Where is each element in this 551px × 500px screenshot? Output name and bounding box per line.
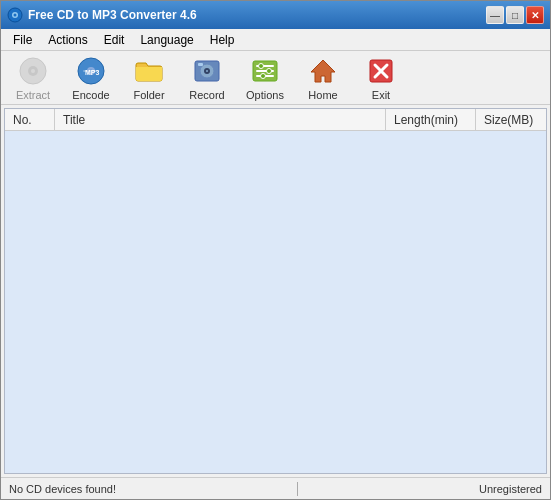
options-label: Options [246, 89, 284, 101]
menu-help[interactable]: Help [202, 29, 243, 50]
status-right: Unregistered [479, 483, 542, 495]
svg-point-21 [267, 68, 272, 73]
svg-marker-23 [311, 60, 335, 82]
home-label: Home [308, 89, 337, 101]
main-window: Free CD to MP3 Converter 4.6 — □ ✕ File … [0, 0, 551, 500]
encode-icon: MP3 [75, 55, 107, 87]
svg-point-20 [259, 63, 264, 68]
svg-point-14 [206, 70, 208, 72]
svg-point-22 [261, 73, 266, 78]
encode-button[interactable]: MP3 Encode [63, 54, 119, 102]
col-size-header: Size(MB) [476, 109, 546, 130]
folder-label: Folder [133, 89, 164, 101]
extract-button: Extract [5, 54, 61, 102]
record-label: Record [189, 89, 224, 101]
app-icon [7, 7, 23, 23]
toolbar: Extract MP3 Encode [1, 51, 550, 105]
close-button[interactable]: ✕ [526, 6, 544, 24]
table-body [5, 131, 546, 473]
svg-rect-15 [198, 63, 203, 66]
col-title-header: Title [55, 109, 386, 130]
exit-button[interactable]: Exit [353, 54, 409, 102]
record-button[interactable]: Record [179, 54, 235, 102]
menu-language[interactable]: Language [132, 29, 201, 50]
svg-point-5 [31, 69, 35, 73]
options-icon [249, 55, 281, 87]
title-bar-left: Free CD to MP3 Converter 4.6 [7, 7, 197, 23]
menu-edit[interactable]: Edit [96, 29, 133, 50]
home-icon [307, 55, 339, 87]
title-bar: Free CD to MP3 Converter 4.6 — □ ✕ [1, 1, 550, 29]
menu-actions[interactable]: Actions [40, 29, 95, 50]
col-no-header: No. [5, 109, 55, 130]
svg-text:MP3: MP3 [85, 69, 100, 76]
maximize-button[interactable]: □ [506, 6, 524, 24]
content-area: No. Title Length(min) Size(MB) [4, 108, 547, 474]
status-divider [297, 482, 298, 496]
menu-bar: File Actions Edit Language Help [1, 29, 550, 51]
options-button[interactable]: Options [237, 54, 293, 102]
table-header: No. Title Length(min) Size(MB) [5, 109, 546, 131]
folder-icon [133, 55, 165, 87]
status-left: No CD devices found! [9, 483, 116, 495]
minimize-button[interactable]: — [486, 6, 504, 24]
home-button[interactable]: Home [295, 54, 351, 102]
title-controls: — □ ✕ [486, 6, 544, 24]
menu-file[interactable]: File [5, 29, 40, 50]
window-title: Free CD to MP3 Converter 4.6 [28, 8, 197, 22]
folder-button[interactable]: Folder [121, 54, 177, 102]
record-icon [191, 55, 223, 87]
svg-point-2 [14, 14, 17, 17]
encode-label: Encode [72, 89, 109, 101]
col-length-header: Length(min) [386, 109, 476, 130]
status-bar: No CD devices found! Unregistered [1, 477, 550, 499]
extract-label: Extract [16, 89, 50, 101]
exit-icon [365, 55, 397, 87]
exit-label: Exit [372, 89, 390, 101]
extract-icon [17, 55, 49, 87]
